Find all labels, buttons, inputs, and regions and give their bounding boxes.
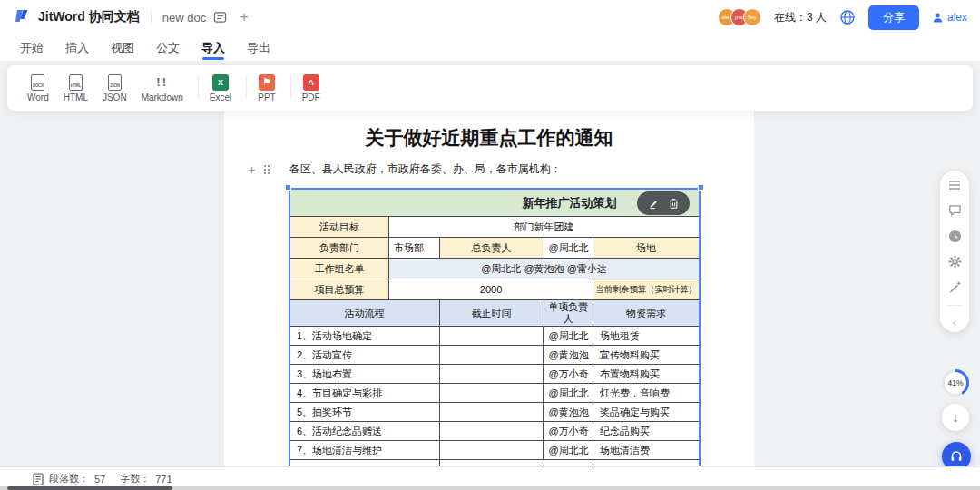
import-excel-button[interactable]: X Excel	[210, 74, 231, 103]
cell-flow-header[interactable]: 截止时间	[440, 300, 544, 326]
word-file-icon: DOCX	[31, 74, 44, 91]
table-row: 3、场地布置 @万小奇 布置物料购买	[290, 365, 699, 384]
cell-flow-owner[interactable]: @万小奇	[544, 422, 593, 440]
tab-insert[interactable]: 插入	[54, 34, 100, 62]
cell-flow-owner[interactable]: @黄泡泡	[544, 403, 593, 421]
zoom-level-indicator[interactable]: 41%	[942, 369, 969, 397]
add-block-icon[interactable]: +	[248, 162, 256, 176]
cell-flow-header[interactable]: 物资需求	[593, 300, 699, 326]
cell-empty[interactable]	[290, 460, 440, 466]
cell-flow-deadline[interactable]	[440, 422, 544, 440]
cell-flow-material[interactable]: 布置物料购买	[593, 365, 699, 383]
cell-dept-value[interactable]: 市场部	[389, 238, 440, 258]
cell-lead-label[interactable]: 总负责人	[440, 238, 544, 258]
import-word-button[interactable]: DOCX Word	[27, 74, 49, 103]
tab-view[interactable]: 视图	[100, 34, 145, 62]
import-html-label: HTML	[64, 93, 88, 103]
toolbar-divider	[246, 76, 247, 100]
share-button[interactable]: 分享	[868, 5, 919, 30]
cell-flow-header[interactable]: 单项负责人	[544, 300, 594, 326]
current-user[interactable]: alex	[932, 11, 967, 24]
pdf-icon: A	[303, 74, 319, 91]
cell-flow-material[interactable]: 场地租赁	[593, 327, 699, 345]
cell-flow-deadline[interactable]	[440, 384, 544, 402]
cell-flow-deadline[interactable]	[440, 441, 544, 459]
activity-table[interactable]: 新年推广活动策划 活动目标 部门新年团建 负责部门 市场部 总负责人 @周北北 …	[289, 188, 701, 466]
cell-empty[interactable]	[544, 460, 594, 466]
cell-dept-label[interactable]: 负责部门	[290, 238, 389, 258]
cell-flow-name[interactable]: 3、场地布置	[290, 365, 440, 383]
import-json-button[interactable]: JSON JSON	[103, 74, 127, 103]
cell-lead-value[interactable]: @周北北	[544, 238, 594, 258]
online-count-label: 在线：3 人	[774, 10, 827, 25]
cell-flow-owner[interactable]: @黄泡泡	[544, 346, 593, 364]
cell-flow-material[interactable]: 宣传物料购买	[593, 346, 699, 364]
edit-table-icon[interactable]	[648, 198, 660, 210]
doc-tab[interactable]: new doc	[162, 11, 227, 24]
cell-group-label[interactable]: 工作组名单	[290, 259, 389, 279]
doc-list-icon[interactable]	[213, 11, 227, 24]
import-word-label: Word	[27, 93, 49, 103]
import-ppt-button[interactable]: ⚑ PPT	[258, 74, 275, 103]
tab-import[interactable]: 导入	[191, 34, 236, 62]
document-title[interactable]: 关于做好近期重点工作的通知	[224, 125, 754, 151]
magic-wand-icon[interactable]	[947, 279, 962, 294]
selection-handle[interactable]	[698, 184, 704, 191]
cell-remain-label[interactable]: 当前剩余预算（实时计算）	[593, 279, 699, 299]
horizontal-scrollbar-thumb[interactable]	[7, 486, 172, 490]
new-doc-button[interactable]: +	[240, 10, 248, 24]
cell-flow-name[interactable]: 7、场地清洁与维护	[290, 441, 440, 459]
import-markdown-button[interactable]: !! Markdown	[142, 74, 183, 103]
cell-venue-label[interactable]: 场地	[593, 238, 699, 258]
cell-empty[interactable]	[440, 460, 544, 466]
tab-start[interactable]: 开始	[9, 34, 54, 62]
collapse-chevron-icon[interactable]: ‹	[953, 317, 956, 328]
drag-handle-icon[interactable]	[263, 164, 270, 174]
history-clock-icon[interactable]	[947, 229, 962, 243]
scroll-down-button[interactable]: ↓	[942, 404, 969, 431]
cell-flow-name[interactable]: 6、活动纪念品赠送	[290, 422, 440, 440]
delete-table-icon[interactable]	[668, 198, 680, 210]
cell-flow-deadline[interactable]	[440, 346, 544, 364]
cell-flow-name[interactable]: 2、活动宣传	[290, 346, 440, 364]
import-html-button[interactable]: HTML HTML	[64, 74, 88, 103]
cell-flow-deadline[interactable]	[440, 327, 544, 345]
outline-list-icon[interactable]	[947, 178, 962, 192]
cell-goal-label[interactable]: 活动目标	[290, 217, 389, 237]
cell-flow-name[interactable]: 4、节目确定与彩排	[290, 384, 440, 402]
cell-flow-material[interactable]: 纪念品购买	[593, 422, 699, 440]
cell-budget-value[interactable]: 2000	[389, 279, 593, 299]
cell-flow-material[interactable]: 场地清洁费	[593, 441, 699, 459]
panel-divider	[946, 305, 963, 306]
import-pdf-button[interactable]: A PDF	[302, 74, 320, 103]
avatar[interactable]: ffey	[743, 8, 761, 26]
cell-flow-owner[interactable]: @周北北	[544, 384, 593, 402]
import-excel-label: Excel	[210, 93, 231, 103]
word-count-icon[interactable]	[33, 473, 44, 485]
cell-empty[interactable]	[593, 460, 699, 466]
cell-flow-header[interactable]: 活动流程	[290, 300, 440, 326]
comment-icon[interactable]	[947, 203, 962, 218]
selection-handle[interactable]	[285, 184, 291, 191]
cell-flow-owner[interactable]: @周北北	[544, 327, 593, 345]
cell-flow-material[interactable]: 灯光费，音响费	[593, 384, 699, 402]
paragraph-text[interactable]: 各区、县人民政府，市政府各委、办、局，各市属机构：	[289, 162, 562, 177]
cell-flow-deadline[interactable]	[440, 403, 544, 421]
cell-flow-deadline[interactable]	[440, 365, 544, 383]
json-file-icon: JSON	[108, 74, 122, 91]
cell-flow-name[interactable]: 5、抽奖环节	[290, 403, 440, 421]
cell-goal-value[interactable]: 部门新年团建	[389, 217, 699, 237]
language-globe-icon[interactable]	[839, 9, 856, 25]
import-ppt-label: PPT	[258, 93, 275, 103]
cell-flow-material[interactable]: 奖品确定与购买	[593, 403, 699, 421]
toolbar-divider	[290, 76, 291, 100]
cell-group-value[interactable]: @周北北 @黄泡泡 @雷小达	[389, 259, 699, 279]
cell-budget-label[interactable]: 项目总预算	[290, 279, 389, 299]
cell-flow-owner[interactable]: @周北北	[544, 441, 593, 459]
settings-gear-icon[interactable]	[947, 254, 962, 269]
document-page[interactable]: 关于做好近期重点工作的通知 + 各区、县人民政府，市政府各委、办、局，各市属机构…	[224, 111, 754, 466]
cell-flow-owner[interactable]: @万小奇	[544, 365, 593, 383]
cell-flow-name[interactable]: 1、活动场地确定	[290, 327, 440, 345]
tab-export[interactable]: 导出	[236, 34, 281, 62]
tab-official-doc[interactable]: 公文	[145, 34, 191, 62]
